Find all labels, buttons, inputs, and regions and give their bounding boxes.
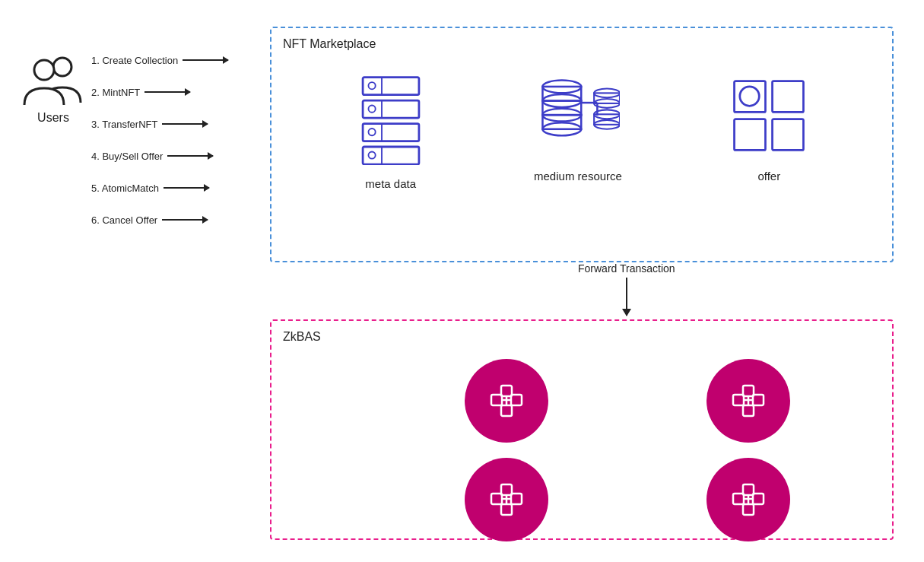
zkbas-circles: [348, 344, 892, 557]
svg-rect-48: [501, 484, 512, 495]
arrow-4: [167, 155, 213, 157]
arrow-2: [144, 91, 190, 93]
zkbas-circle-4: [706, 458, 790, 541]
svg-rect-43: [743, 405, 754, 416]
arrow-1: [183, 59, 228, 61]
zkbas-title: ZkBAS: [283, 330, 321, 344]
zkbas-circle-3: [465, 458, 548, 541]
diagram-container: Users 1. Create Collection 2. MintNFT 3.…: [0, 0, 924, 562]
zkbas-box: ZkBAS: [270, 319, 894, 540]
svg-rect-47: [511, 494, 522, 504]
svg-point-13: [368, 151, 375, 158]
users-section: Users: [23, 53, 84, 125]
users-label: Users: [37, 111, 69, 125]
nft-marketplace-box: NFT Marketplace: [270, 27, 894, 262]
svg-rect-11: [363, 147, 419, 164]
blockchain-icon-1: [484, 378, 529, 424]
svg-rect-41: [753, 395, 764, 405]
arrow-row-4: 4. Buy/Sell Offer: [91, 140, 228, 172]
medium-resource-item: medium resource: [534, 74, 622, 183]
arrow-6: [162, 219, 208, 221]
arrow-row-1: 1. Create Collection: [91, 44, 228, 76]
arrow-label-2: 2. MintNFT: [91, 87, 140, 98]
svg-rect-52: [733, 494, 744, 504]
arrow-label-6: 6. Cancel Offer: [91, 214, 157, 226]
arrows-section: 1. Create Collection 2. MintNFT 3. Trans…: [91, 44, 228, 236]
meta-data-label: meta data: [365, 177, 416, 190]
svg-point-10: [368, 129, 375, 135]
arrow-5: [164, 187, 209, 189]
svg-rect-40: [733, 395, 744, 405]
arrow-label-5: 5. AtomicMatch: [91, 183, 159, 194]
blockchain-icon-3: [484, 477, 529, 522]
svg-rect-35: [511, 395, 522, 405]
svg-point-30: [740, 87, 759, 106]
svg-rect-33: [773, 119, 804, 151]
svg-point-0: [53, 58, 71, 76]
forward-label: Forward Transaction: [578, 262, 675, 275]
blockchain-icon-4: [726, 477, 771, 522]
svg-rect-42: [743, 386, 754, 396]
medium-resource-label: medium resource: [534, 170, 622, 183]
zkbas-circle-1: [465, 359, 548, 443]
meta-data-item: meta data: [357, 74, 425, 190]
nft-icons-row: meta data: [271, 74, 892, 190]
meta-data-icon: [357, 74, 425, 165]
svg-rect-32: [735, 119, 766, 151]
arrow-row-6: 6. Cancel Offer: [91, 204, 228, 236]
users-icon: [23, 53, 84, 106]
arrow-row-5: 5. AtomicMatch: [91, 172, 228, 204]
arrow-3: [162, 123, 208, 125]
vertical-arrow: [626, 278, 627, 316]
nft-marketplace-title: NFT Marketplace: [283, 37, 376, 51]
svg-rect-46: [491, 494, 502, 504]
svg-rect-53: [753, 494, 764, 504]
arrow-label-3: 3. TransferNFT: [91, 119, 157, 130]
svg-rect-31: [773, 81, 804, 113]
arrow-row-3: 3. TransferNFT: [91, 108, 228, 140]
svg-point-4: [368, 82, 375, 89]
offer-item: offer: [731, 74, 807, 183]
zkbas-circle-2: [706, 359, 790, 443]
offer-icon: [731, 74, 807, 157]
svg-rect-49: [501, 504, 512, 515]
arrow-label-1: 1. Create Collection: [91, 55, 178, 66]
svg-point-7: [368, 106, 375, 113]
arrow-row-2: 2. MintNFT: [91, 76, 228, 108]
svg-rect-36: [501, 386, 512, 396]
arrow-label-4: 4. Buy/Sell Offer: [91, 151, 163, 162]
svg-point-1: [34, 60, 54, 80]
svg-rect-54: [743, 484, 754, 495]
blockchain-icon-2: [726, 378, 771, 424]
svg-rect-55: [743, 504, 754, 515]
svg-rect-34: [491, 395, 502, 405]
svg-rect-5: [363, 100, 419, 118]
svg-rect-8: [363, 124, 419, 141]
offer-label: offer: [757, 170, 780, 183]
forward-transaction: Forward Transaction: [578, 262, 675, 316]
svg-rect-37: [501, 405, 512, 416]
svg-rect-2: [363, 78, 419, 95]
medium-resource-icon: [536, 74, 620, 157]
